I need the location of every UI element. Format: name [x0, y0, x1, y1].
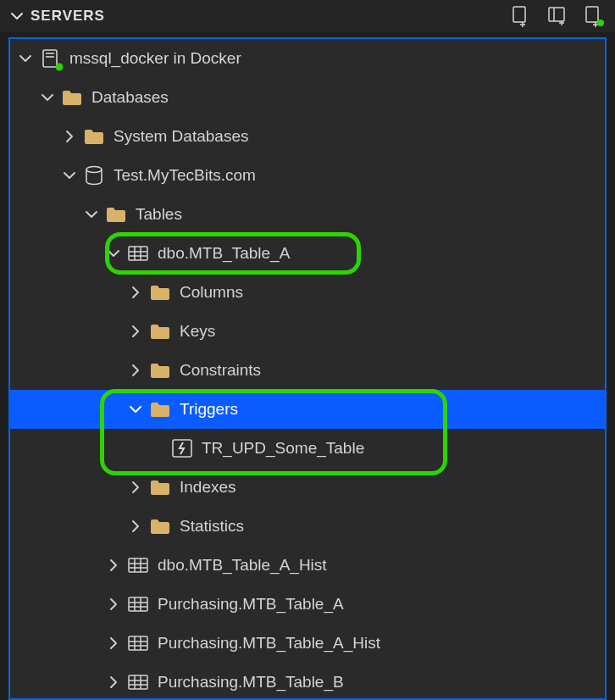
tree-item-statistics[interactable]: Statistics [10, 507, 605, 546]
tree-item-table-a-hist[interactable]: dbo.MTB_Table_A_Hist [10, 546, 605, 585]
tree-item-trigger-1[interactable]: TR_UPD_Some_Table [10, 429, 605, 468]
tree-item-purch-a-hist[interactable]: Purchasing.MTB_Table_A_Hist [10, 624, 605, 663]
tree-item-server[interactable]: mssql_docker in Docker [10, 39, 605, 78]
server-tree: mssql_docker in Docker Databases System … [8, 37, 607, 700]
tree-item-label: mssql_docker in Docker [69, 49, 241, 68]
database-icon [83, 164, 105, 186]
folder-icon [61, 86, 83, 108]
tree-item-label: Test.MyTecBits.com [114, 166, 256, 185]
tree-item-label: dbo.MTB_Table_A [158, 244, 290, 263]
chevron-right-icon [127, 284, 144, 301]
folder-icon [149, 281, 171, 303]
folder-icon [149, 476, 171, 498]
tree-item-label: Statistics [180, 517, 244, 536]
folder-icon [149, 359, 171, 381]
table-icon [127, 632, 149, 654]
chevron-right-icon [105, 674, 122, 691]
tree-item-label: Purchasing.MTB_Table_B [158, 673, 344, 692]
table-icon [127, 671, 149, 693]
folder-icon [149, 320, 171, 342]
folder-icon [149, 398, 171, 420]
tree-item-label: Constraints [180, 361, 261, 380]
tree-item-constraints[interactable]: Constraints [10, 351, 605, 390]
chevron-down-icon [17, 50, 34, 67]
panel-header[interactable]: SERVERS [0, 0, 615, 32]
tree-item-purch-a[interactable]: Purchasing.MTB_Table_A [10, 585, 605, 624]
tree-item-label: Purchasing.MTB_Table_A_Hist [158, 634, 380, 653]
tree-item-columns[interactable]: Columns [10, 273, 605, 312]
table-icon [127, 593, 149, 615]
tree-item-database[interactable]: Test.MyTecBits.com [10, 156, 605, 195]
tree-item-keys[interactable]: Keys [10, 312, 605, 351]
tree-item-label: TR_UPD_Some_Table [202, 439, 364, 458]
panel-collapse-icon [8, 8, 25, 25]
chevron-right-icon [127, 479, 144, 496]
tree-item-label: dbo.MTB_Table_A_Hist [158, 556, 327, 575]
tree-item-databases[interactable]: Databases [10, 78, 605, 117]
servers-panel: SERVERS [0, 0, 615, 700]
svg-point-18 [56, 64, 64, 71]
new-connection-button[interactable] [583, 5, 603, 27]
panel-toolbar [510, 5, 607, 27]
trigger-icon [171, 437, 193, 459]
tree-item-triggers[interactable]: Triggers [10, 390, 605, 429]
tree-item-tables-folder[interactable]: Tables [10, 195, 605, 234]
chevron-right-icon [105, 596, 122, 613]
new-layout-button[interactable] [546, 5, 568, 27]
tree-item-system-databases[interactable]: System Databases [10, 117, 605, 156]
tree-item-label: System Databases [114, 127, 248, 146]
tree-item-label: Columns [180, 283, 243, 302]
new-query-button[interactable] [510, 5, 530, 27]
tree-item-table-a[interactable]: dbo.MTB_Table_A [10, 234, 605, 273]
chevron-right-icon [127, 518, 144, 535]
tree-item-label: Purchasing.MTB_Table_A [158, 595, 344, 614]
chevron-down-icon [105, 245, 122, 262]
panel-title: SERVERS [30, 8, 105, 25]
tree-item-label: Tables [136, 205, 182, 224]
svg-point-17 [597, 19, 604, 26]
chevron-down-icon [39, 89, 56, 106]
chevron-down-icon [61, 167, 78, 184]
tree-item-label: Keys [180, 322, 215, 341]
tree-item-label: Triggers [180, 400, 238, 419]
table-icon [127, 554, 149, 576]
tree-item-indexes[interactable]: Indexes [10, 468, 605, 507]
folder-icon [83, 125, 105, 147]
tree-item-purch-b[interactable]: Purchasing.MTB_Table_B [10, 663, 605, 700]
folder-icon [105, 203, 127, 225]
chevron-down-icon [83, 206, 100, 223]
chevron-down-icon [127, 401, 144, 418]
table-icon [127, 242, 149, 264]
chevron-right-icon [105, 557, 122, 574]
tree-item-label: Databases [91, 88, 169, 107]
chevron-right-icon [61, 128, 78, 145]
server-icon [39, 47, 61, 69]
chevron-right-icon [127, 362, 144, 379]
chevron-right-icon [105, 635, 122, 652]
chevron-right-icon [127, 323, 144, 340]
tree-item-label: Indexes [180, 478, 236, 497]
folder-icon [149, 515, 171, 537]
